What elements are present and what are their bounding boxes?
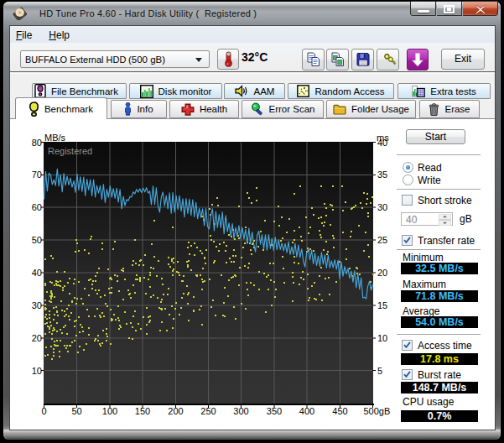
svg-text:50: 50 [71, 406, 81, 416]
svg-text:300: 300 [233, 406, 248, 416]
svg-text:20: 20 [32, 333, 42, 343]
svg-text:50: 50 [32, 235, 42, 245]
svg-text:10: 10 [377, 333, 387, 343]
svg-text:450: 450 [332, 406, 347, 416]
svg-text:5: 5 [377, 366, 382, 376]
svg-text:0: 0 [41, 406, 46, 416]
svg-text:80: 80 [32, 138, 42, 148]
svg-text:400: 400 [299, 406, 314, 416]
svg-text:150: 150 [135, 406, 150, 416]
svg-text:250: 250 [200, 406, 216, 416]
svg-text:30: 30 [377, 202, 387, 212]
svg-text:500gB: 500gB [364, 406, 391, 416]
svg-text:Registered: Registered [48, 146, 92, 156]
svg-text:10: 10 [32, 366, 42, 376]
svg-text:70: 70 [32, 169, 42, 180]
svg-text:100: 100 [102, 406, 117, 416]
svg-text:40: 40 [377, 138, 387, 148]
svg-text:MB/s: MB/s [44, 133, 66, 143]
svg-text:15: 15 [377, 300, 387, 310]
svg-text:20: 20 [377, 268, 387, 278]
svg-text:35: 35 [377, 169, 387, 180]
svg-text:60: 60 [32, 202, 42, 212]
svg-text:25: 25 [377, 235, 387, 245]
svg-text:200: 200 [168, 406, 183, 416]
svg-text:350: 350 [267, 406, 282, 416]
svg-text:40: 40 [32, 268, 42, 278]
svg-text:30: 30 [32, 300, 42, 310]
